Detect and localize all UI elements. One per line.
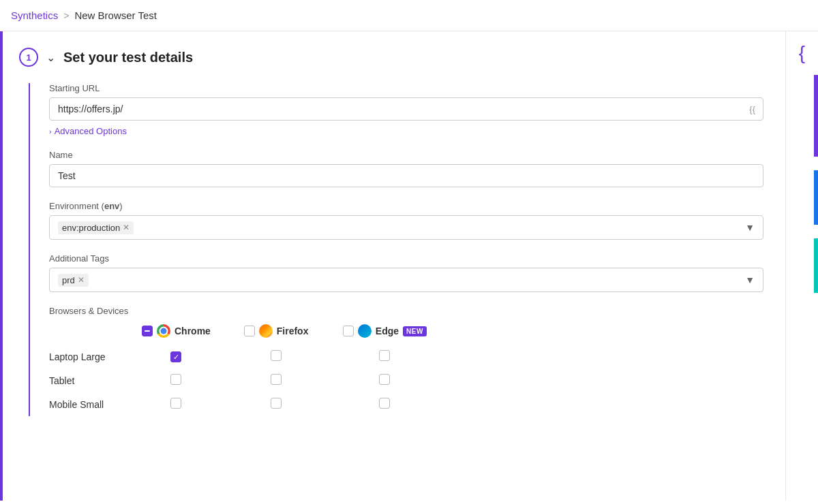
- laptop-chrome-cell[interactable]: ✓: [125, 345, 227, 368]
- table-row: Laptop Large ✓: [49, 345, 444, 368]
- browsers-devices-label: Browsers & Devices: [49, 306, 763, 316]
- table-row: Tablet: [49, 368, 444, 392]
- side-bar-blue: [814, 170, 818, 225]
- template-braces-button[interactable]: {{: [749, 104, 755, 114]
- environment-group: Environment (env) env:production ✕ ▼: [49, 201, 763, 240]
- mobile-firefox-cell[interactable]: [228, 392, 325, 416]
- environment-chip: env:production ✕: [58, 221, 134, 234]
- advanced-options-chevron: ›: [49, 127, 52, 136]
- right-panel-top: {: [786, 31, 818, 75]
- starting-url-input[interactable]: [49, 97, 763, 121]
- name-label: Name: [49, 150, 763, 160]
- tablet-chrome-checkbox[interactable]: [170, 374, 181, 385]
- laptop-firefox-cell[interactable]: [228, 345, 325, 368]
- main-container: 1 ⌄ Set your test details Starting URL {…: [0, 31, 818, 501]
- starting-url-group: Starting URL {{ › Advanced Options: [49, 83, 763, 136]
- firefox-column-header: Firefox: [228, 324, 325, 345]
- additional-tags-select[interactable]: prd ✕ ▼: [49, 268, 763, 292]
- environment-tags: env:production ✕: [58, 221, 134, 234]
- mobile-firefox-checkbox[interactable]: [271, 398, 282, 409]
- chrome-header-checkbox[interactable]: [142, 326, 153, 336]
- mobile-chrome-cell[interactable]: [125, 392, 227, 416]
- edge-icon: [358, 324, 372, 338]
- edge-new-badge: NEW: [403, 326, 427, 336]
- side-bar-teal: [814, 238, 818, 293]
- additional-tag-chip: prd ✕: [58, 274, 89, 287]
- firefox-icon: [259, 324, 273, 338]
- name-group: Name: [49, 150, 763, 187]
- environment-dropdown-chevron[interactable]: ▼: [745, 222, 755, 233]
- template-variable-icon[interactable]: {: [799, 42, 805, 64]
- additional-tags-dropdown-chevron[interactable]: ▼: [745, 274, 755, 285]
- edge-label: Edge: [376, 326, 399, 336]
- step-collapse-chevron[interactable]: ⌄: [46, 51, 55, 64]
- tablet-edge-cell[interactable]: [325, 368, 444, 392]
- tablet-edge-checkbox[interactable]: [379, 374, 390, 385]
- chrome-column-header: Chrome: [125, 324, 227, 345]
- firefox-label: Firefox: [277, 326, 309, 336]
- edge-column-header: Edge NEW: [325, 324, 444, 345]
- breadcrumb-current: New Browser Test: [74, 10, 157, 21]
- chrome-label: Chrome: [175, 326, 211, 336]
- additional-tags-list: prd ✕: [58, 274, 89, 287]
- firefox-header-checkbox[interactable]: [244, 326, 255, 336]
- tablet-firefox-checkbox[interactable]: [271, 374, 282, 385]
- mobile-chrome-checkbox[interactable]: [170, 398, 181, 409]
- tablet-firefox-cell[interactable]: [228, 368, 325, 392]
- table-row: Mobile Small: [49, 392, 444, 416]
- device-laptop-large: Laptop Large: [49, 345, 125, 368]
- device-tablet: Tablet: [49, 368, 125, 392]
- browsers-devices-section: Browsers & Devices Chrome: [49, 306, 763, 416]
- content-area: 1 ⌄ Set your test details Starting URL {…: [3, 31, 785, 501]
- laptop-edge-cell[interactable]: [325, 345, 444, 368]
- mobile-edge-cell[interactable]: [325, 392, 444, 416]
- advanced-options-toggle[interactable]: › Advanced Options: [49, 126, 763, 136]
- advanced-options-label: Advanced Options: [55, 126, 127, 136]
- step-title: Set your test details: [63, 50, 193, 65]
- browsers-devices-table: Chrome Firefox: [49, 324, 444, 416]
- environment-select[interactable]: env:production ✕ ▼: [49, 215, 763, 240]
- environment-label: Environment (env): [49, 201, 763, 211]
- laptop-chrome-checkbox[interactable]: ✓: [170, 351, 181, 362]
- breadcrumb-separator: >: [63, 10, 69, 21]
- side-bar-purple: [814, 75, 818, 157]
- starting-url-input-wrapper: {{: [49, 97, 763, 121]
- additional-tags-group: Additional Tags prd ✕ ▼: [49, 253, 763, 292]
- right-panel: {: [785, 31, 818, 501]
- name-input[interactable]: [49, 164, 763, 187]
- side-bars: [786, 75, 818, 501]
- step-circle: 1: [19, 48, 38, 67]
- breadcrumb-link-synthetics[interactable]: Synthetics: [11, 10, 58, 21]
- starting-url-label: Starting URL: [49, 83, 763, 93]
- additional-tags-label: Additional Tags: [49, 253, 763, 264]
- additional-tag-remove[interactable]: ✕: [78, 275, 85, 285]
- tablet-chrome-cell[interactable]: [125, 368, 227, 392]
- edge-header-checkbox[interactable]: [343, 326, 354, 336]
- breadcrumb: Synthetics > New Browser Test: [0, 0, 818, 31]
- mobile-edge-checkbox[interactable]: [379, 398, 390, 409]
- device-column-header: [49, 324, 125, 345]
- chrome-icon: [157, 324, 170, 338]
- form-section: Starting URL {{ › Advanced Options Name …: [29, 83, 763, 416]
- step-header: 1 ⌄ Set your test details: [19, 48, 763, 67]
- environment-chip-remove[interactable]: ✕: [123, 223, 130, 232]
- device-mobile-small: Mobile Small: [49, 392, 125, 416]
- laptop-firefox-checkbox[interactable]: [271, 350, 282, 361]
- laptop-edge-checkbox[interactable]: [379, 350, 390, 361]
